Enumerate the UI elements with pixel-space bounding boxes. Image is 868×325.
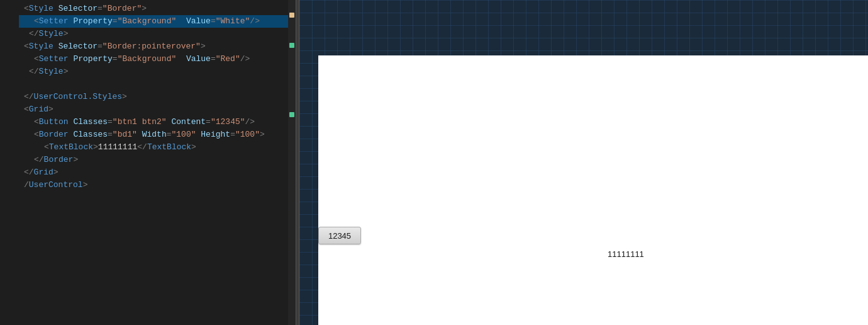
syntax-text: 11111111 — [98, 141, 137, 154]
syntax-bracket: = — [108, 128, 113, 141]
syntax-slash: / — [24, 179, 29, 191]
code-line: </Style> — [24, 28, 291, 40]
code-line-blank — [24, 78, 291, 91]
code-line: <Style Selector="Border:pointerover"> — [24, 40, 291, 53]
code-line: <Grid> — [24, 103, 291, 116]
syntax-bracket: = — [113, 15, 118, 28]
indicator-ok — [289, 112, 294, 117]
syntax-tag: Style — [29, 40, 53, 53]
syntax-value: "bd1" — [113, 128, 137, 141]
code-line: </Grid> — [24, 166, 291, 179]
code-line: <Style Selector="Border"> — [24, 3, 291, 15]
syntax-value: "White" — [216, 15, 250, 28]
syntax-bracket: </ — [29, 28, 39, 40]
syntax-tag: Button — [39, 116, 69, 128]
indicator-bar — [288, 0, 296, 325]
syntax-bracket: > — [191, 141, 196, 154]
syntax-bracket: </ — [34, 154, 44, 166]
syntax-tag: Setter — [39, 15, 69, 28]
syntax-attr: Classes — [69, 116, 108, 128]
code-line: <Setter Property="Background" Value="Red… — [24, 53, 291, 66]
code-line: <Button Classes="btn1 btn2" Content="123… — [24, 116, 291, 128]
code-line-highlighted: <Setter Property="Background" Value="Whi… — [19, 15, 296, 28]
syntax-bracket: > — [83, 179, 88, 191]
syntax-tag: Style — [29, 3, 53, 15]
button-label: 12345 — [328, 231, 351, 241]
syntax-bracket: = — [108, 116, 113, 128]
syntax-value: "Background" — [118, 53, 177, 66]
code-line: <Border Classes="bd1" Width="100" Height… — [24, 128, 291, 141]
preview-panel: 11111111 12345 — [299, 0, 868, 325]
syntax-bracket: > — [142, 3, 147, 15]
syntax-bracket: = — [113, 53, 118, 66]
syntax-tag: Grid — [29, 103, 48, 116]
syntax-attr: Selector — [53, 3, 97, 15]
syntax-attr: Value — [186, 15, 211, 28]
syntax-slash: /> — [250, 15, 260, 28]
code-line: </Border> — [24, 154, 291, 166]
syntax-tag: Border — [44, 154, 74, 166]
syntax-bracket: < — [24, 103, 29, 116]
syntax-slash: /> — [245, 116, 255, 128]
syntax-value: "btn1 btn2" — [113, 116, 167, 128]
code-line: </Style> — [24, 66, 291, 78]
syntax-bracket: > — [93, 141, 98, 154]
syntax-bracket: </ — [24, 91, 34, 103]
syntax-tag: UserControl.Styles — [34, 91, 122, 103]
preview-textblock: 11111111 — [608, 249, 644, 259]
preview-canvas: 11111111 — [318, 55, 868, 325]
syntax-tag: TextBlock — [147, 141, 191, 154]
syntax-tag: Grid — [34, 166, 53, 179]
syntax-bracket: = — [97, 3, 103, 15]
syntax-value: "100" — [172, 128, 196, 141]
syntax-value: "100" — [235, 128, 260, 141]
syntax-bracket: </ — [24, 166, 34, 179]
syntax-attr: Classes — [69, 128, 108, 141]
syntax-tag: Style — [39, 66, 64, 78]
syntax-bracket: = — [230, 128, 235, 141]
syntax-bracket: = — [211, 15, 216, 28]
syntax-bracket: > — [64, 66, 69, 78]
code-line: <TextBlock>11111111</TextBlock> — [24, 141, 291, 154]
syntax-attr: Height — [196, 128, 231, 141]
indicator-ok — [289, 43, 294, 48]
preview-button[interactable]: 12345 — [318, 227, 361, 244]
syntax-tag: UserControl — [29, 179, 83, 191]
indicator-warning — [289, 13, 294, 18]
syntax-value: "Background" — [118, 15, 177, 28]
syntax-bracket: > — [201, 40, 206, 53]
syntax-tag: Setter — [39, 53, 69, 66]
code-line: /UserControl> — [24, 179, 291, 191]
syntax-value: "Border:pointerover" — [103, 40, 201, 53]
syntax-bracket: > — [73, 154, 78, 166]
syntax-bracket: > — [48, 103, 53, 116]
code-line: </UserControl.Styles> — [24, 91, 291, 103]
syntax-bracket: < — [34, 15, 39, 28]
syntax-attr: Property — [69, 15, 113, 28]
syntax-bracket: </ — [137, 141, 147, 154]
syntax-bracket: > — [53, 166, 58, 179]
syntax-bracket: < — [34, 128, 39, 141]
syntax-bracket: < — [44, 141, 49, 154]
syntax-attr: Width — [137, 128, 167, 141]
syntax-text — [176, 53, 186, 66]
syntax-bracket: = — [211, 53, 216, 66]
syntax-bracket: > — [260, 128, 265, 141]
syntax-bracket: < — [34, 53, 39, 66]
editor-panel: <Style Selector="Border"> <Setter Proper… — [0, 0, 296, 325]
syntax-tag: TextBlock — [49, 141, 93, 154]
syntax-attr: Selector — [53, 40, 97, 53]
syntax-value: "Border" — [103, 3, 142, 15]
syntax-bracket: > — [122, 91, 127, 103]
editor-content: <Style Selector="Border"> <Setter Proper… — [19, 0, 296, 194]
syntax-attr: Value — [186, 53, 211, 66]
syntax-bracket: < — [24, 40, 29, 53]
syntax-text — [176, 15, 186, 28]
syntax-bracket: < — [34, 116, 39, 128]
syntax-value: "Red" — [216, 53, 240, 66]
syntax-bracket: > — [64, 28, 69, 40]
syntax-value: "12345" — [211, 116, 245, 128]
syntax-attr: Property — [69, 53, 113, 66]
syntax-bracket: = — [167, 128, 172, 141]
textblock-text: 11111111 — [608, 249, 644, 259]
